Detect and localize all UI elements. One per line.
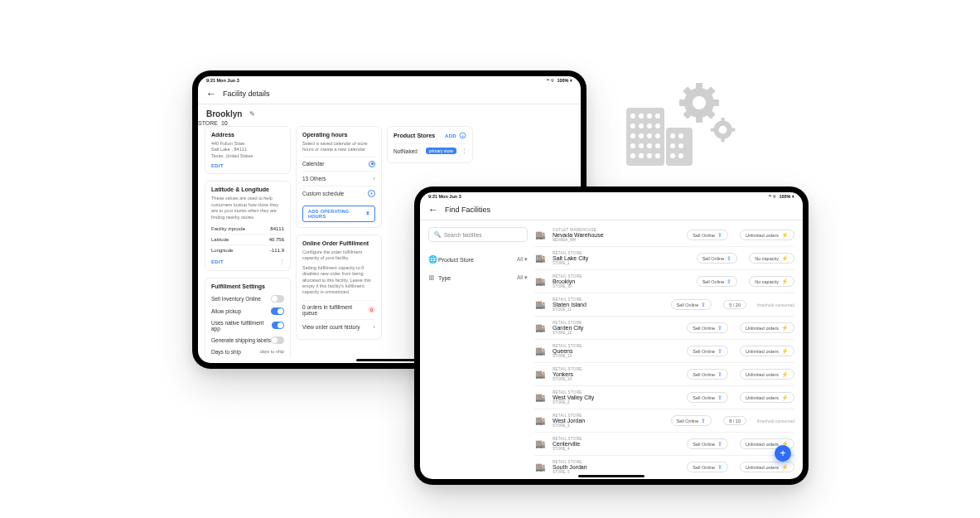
svg-rect-39 bbox=[731, 128, 735, 132]
upload-icon: ⇪ bbox=[701, 418, 706, 424]
fulfill-title: Fulfillment Settings bbox=[211, 283, 284, 289]
facility-row[interactable]: 🏬RETAIL STOREGarden CitySTORE_12Sell Onl… bbox=[534, 317, 794, 340]
facility-row[interactable]: 🏬RETAIL STOREWest JordanSTORE_3Sell Onli… bbox=[534, 409, 794, 433]
online-fulfillment-card: Online Order Fulfillment Configure the o… bbox=[296, 235, 382, 340]
toolbar: ← Find Facilities bbox=[420, 201, 803, 220]
upload-icon: ⇪ bbox=[717, 232, 722, 239]
orders-chip[interactable]: No capacity ⚡ bbox=[749, 253, 794, 264]
svg-point-23 bbox=[678, 133, 683, 138]
svg-rect-38 bbox=[711, 128, 714, 132]
store-row-menu-icon[interactable]: ⋮ bbox=[461, 148, 466, 154]
page-title: Find Facilities bbox=[445, 206, 490, 214]
sell-online-chip[interactable]: Sell Online ⇪ bbox=[687, 322, 728, 333]
fulfillment-settings-card: Fulfillment Settings Sell Inventory Onli… bbox=[205, 278, 291, 357]
history-row[interactable]: View order count history › bbox=[302, 319, 375, 334]
facility-row[interactable]: 🏬RETAIL STOREQueensSTORE_13Sell Online ⇪… bbox=[534, 340, 794, 363]
sell-online-chip[interactable]: Sell Online ⇪ bbox=[687, 438, 728, 449]
orders-chip[interactable]: Unlimited orders ⚡ bbox=[740, 392, 794, 403]
upload-icon: ⇪ bbox=[717, 395, 722, 401]
toggle[interactable] bbox=[271, 307, 284, 315]
orders-chip[interactable]: Unlimited orders ⚡ bbox=[740, 462, 794, 472]
sell-online-chip[interactable]: Sell Online ⇪ bbox=[671, 299, 712, 310]
svg-point-12 bbox=[647, 133, 652, 138]
queue-row[interactable]: 0 orders in fulfillment queue 0 bbox=[302, 300, 375, 319]
filter-product-store[interactable]: 🌐 Product Store All ▾ bbox=[428, 250, 528, 269]
filter-type[interactable]: 🗎 Type All ▾ bbox=[428, 269, 528, 287]
edit-latlong-button[interactable]: EDIT bbox=[211, 259, 224, 264]
add-facility-fab[interactable]: + bbox=[775, 445, 791, 462]
store-icon: 🏬 bbox=[534, 323, 546, 332]
radio-on-icon bbox=[369, 161, 375, 167]
svg-rect-30 bbox=[679, 99, 686, 106]
facility-row[interactable]: 🏬RETAIL STOREYonkersSTORE_14Sell Online … bbox=[534, 363, 794, 386]
add-product-store-button[interactable]: ADD bbox=[445, 133, 456, 138]
svg-rect-36 bbox=[722, 118, 725, 121]
edit-name-icon[interactable]: ✎ bbox=[249, 110, 255, 118]
svg-point-16 bbox=[647, 143, 652, 148]
store-icon: 🏬 bbox=[534, 230, 546, 240]
tablet-find-facilities: 9:21 Mon Jun 3⌃ ᯤ 100% ▮ ← Find Faciliti… bbox=[414, 186, 809, 485]
sell-online-chip[interactable]: Sell Online ⇪ bbox=[697, 276, 738, 287]
orders-chip[interactable]: Unlimited orders ⚡ bbox=[740, 322, 794, 333]
orders-chip[interactable]: No capacity ⚡ bbox=[749, 276, 794, 287]
latlong-row: Facility zipcode84111 bbox=[211, 224, 284, 234]
add-circle-icon: + bbox=[460, 133, 466, 139]
orders-chip[interactable]: Unlimited orders ⚡ bbox=[740, 230, 794, 240]
home-indicator bbox=[356, 359, 422, 361]
upload-icon: ⇪ bbox=[717, 464, 722, 471]
toggle[interactable] bbox=[272, 322, 284, 329]
sell-online-chip[interactable]: Sell Online ⇪ bbox=[687, 230, 728, 240]
upload-icon: ⇪ bbox=[717, 441, 722, 448]
hours-calendar-row[interactable]: Calendar bbox=[302, 157, 375, 171]
days-to-ship-input[interactable]: days to ship bbox=[260, 349, 284, 355]
facility-row[interactable]: 🏬RETAIL STORECentervilleSTORE_4Sell Onli… bbox=[534, 433, 794, 456]
upload-icon: ⇪ bbox=[727, 278, 731, 285]
svg-point-22 bbox=[670, 133, 675, 138]
hours-others-row[interactable]: 13 Others › bbox=[302, 171, 375, 186]
sell-online-chip[interactable]: Sell Online ⇪ bbox=[687, 462, 728, 472]
toggle[interactable] bbox=[271, 336, 284, 344]
queue-badge: 0 bbox=[368, 306, 375, 313]
orders-count-chip[interactable]: 8 / 10 bbox=[723, 416, 746, 425]
svg-point-14 bbox=[630, 143, 635, 148]
sell-online-chip[interactable]: Sell Online ⇪ bbox=[687, 346, 728, 356]
latlong-menu-icon[interactable]: ⋮ bbox=[279, 259, 284, 265]
facility-row[interactable]: 🏬RETAIL STOREBrooklynSTORE_10Sell Online… bbox=[534, 270, 794, 293]
store-icon: 🏬 bbox=[534, 439, 546, 448]
svg-point-3 bbox=[639, 114, 644, 119]
store-icon: 🏬 bbox=[534, 416, 546, 425]
facility-row[interactable]: 🏬RETAIL STOREWest Valley CitySTORE_2Sell… bbox=[534, 386, 794, 409]
svg-point-4 bbox=[647, 114, 652, 119]
product-stores-card: Product Stores ADD + NotNaked primary st… bbox=[387, 126, 473, 163]
facility-row[interactable]: 🏬RETAIL STOREStaten IslandSTORE_11Sell O… bbox=[534, 293, 794, 317]
address-card: Address 440 Fulton State Salt Lake , 841… bbox=[205, 126, 291, 174]
product-store-row: NotNaked primary store ⋮ bbox=[393, 143, 466, 157]
toggle[interactable] bbox=[271, 295, 284, 303]
back-icon[interactable]: ← bbox=[206, 89, 216, 99]
upload-icon: ⇪ bbox=[717, 371, 722, 378]
svg-point-9 bbox=[655, 123, 660, 128]
sell-online-chip[interactable]: Sell Online ⇪ bbox=[687, 392, 728, 403]
add-hours-button[interactable]: ADD OPERATING HOURS⧗ bbox=[302, 206, 375, 222]
sell-online-chip[interactable]: Sell Online ⇪ bbox=[697, 253, 738, 264]
orders-chip[interactable]: Unlimited orders ⚡ bbox=[740, 369, 794, 380]
svg-point-2 bbox=[630, 114, 635, 119]
sell-online-chip[interactable]: Sell Online ⇪ bbox=[671, 415, 712, 426]
orders-chip[interactable]: Unlimited orders ⚡ bbox=[740, 346, 794, 356]
facility-row[interactable]: 🏬RETAIL STORESouth JordanSTORE_5Sell Onl… bbox=[534, 456, 794, 473]
fulfill-toggle-row: Generate shipping labels bbox=[211, 334, 284, 346]
status-bar: 9:21 Mon Jun 3⌃ ᯤ 100% ▮ bbox=[198, 76, 581, 85]
fulfill-toggle-row: Sell Inventory Online bbox=[211, 293, 284, 305]
hours-custom-row[interactable]: Custom schedule + bbox=[302, 186, 375, 201]
edit-address-button[interactable]: EDIT bbox=[211, 163, 284, 168]
svg-point-6 bbox=[630, 123, 635, 128]
svg-point-24 bbox=[670, 143, 675, 148]
back-icon[interactable]: ← bbox=[428, 205, 438, 215]
orders-count-chip[interactable]: 5 / 20 bbox=[723, 300, 746, 309]
operating-hours-card: Operating hours Select a saved calendar … bbox=[296, 126, 382, 228]
facility-row[interactable]: 🏬RETAIL STORESalt Lake CitySTORE_1Sell O… bbox=[534, 247, 794, 270]
sell-online-chip[interactable]: Sell Online ⇪ bbox=[687, 369, 728, 380]
facility-row[interactable]: 🏬OUTLET WAREHOUSENevada WarehouseNEVADA_… bbox=[534, 224, 794, 247]
search-input[interactable]: 🔍 Search facilities bbox=[428, 227, 528, 242]
svg-rect-31 bbox=[712, 99, 719, 106]
